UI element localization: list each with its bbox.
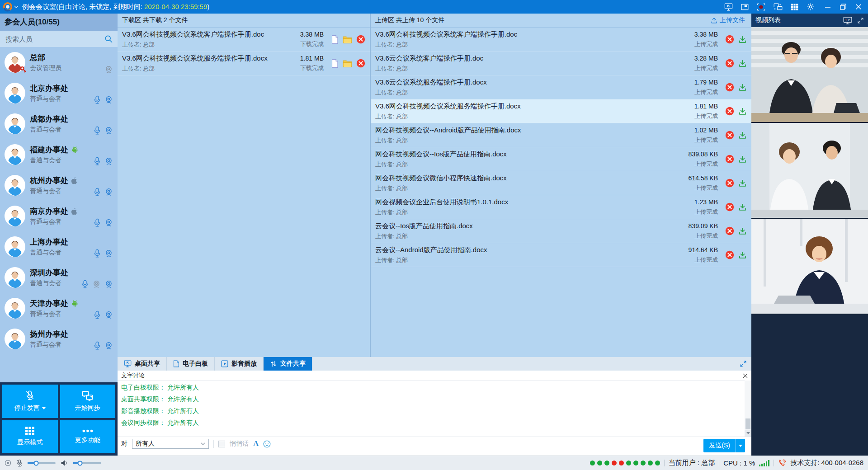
download-icon[interactable]: [738, 83, 747, 92]
tab-whiteboard[interactable]: 电子白板: [167, 357, 215, 371]
video-layout-icon[interactable]: 12: [843, 17, 852, 24]
download-icon[interactable]: [738, 251, 747, 259]
remove-icon[interactable]: [725, 83, 734, 92]
upload-file-row[interactable]: V3.6网会科技视频会议系统服务端操作手册.docx上传者: 总部1.81 MB…: [371, 99, 751, 123]
expand-icon[interactable]: [740, 360, 747, 367]
participant-row[interactable]: 成都办事处普通与会者: [0, 108, 118, 139]
webcam-icon[interactable]: [104, 249, 113, 258]
mic-icon[interactable]: [94, 341, 101, 350]
mic-icon[interactable]: [94, 126, 101, 135]
send-options-chevron-icon[interactable]: [736, 439, 745, 452]
webcam-icon[interactable]: [104, 95, 113, 104]
whisper-checkbox[interactable]: [218, 441, 225, 447]
webcam-icon[interactable]: [104, 157, 113, 165]
search-icon[interactable]: [104, 34, 113, 43]
webcam-icon[interactable]: [104, 188, 113, 196]
minimize-button[interactable]: [825, 4, 831, 10]
webcam-icon[interactable]: [104, 310, 113, 319]
font-style-icon[interactable]: A: [253, 439, 259, 448]
webcam-icon[interactable]: [104, 280, 113, 288]
speaker-volume-slider[interactable]: [73, 462, 101, 464]
download-icon[interactable]: [738, 179, 747, 188]
doc-file-icon[interactable]: [331, 59, 339, 68]
chat-scrollbar[interactable]: [745, 381, 751, 437]
net-share-icon[interactable]: [774, 3, 783, 11]
upload-file-row[interactable]: 网会科技视频会议微信小程序快速指南.docx上传者: 总部614.58 KB上传…: [371, 171, 751, 195]
webcam-icon[interactable]: [104, 218, 113, 227]
upload-file-row[interactable]: 网会科技视频会议--Ios版产品使用指南.docx上传者: 总部839.08 K…: [371, 147, 751, 171]
mic-icon[interactable]: [94, 218, 101, 227]
download-icon[interactable]: [738, 227, 747, 235]
send-button[interactable]: 发送(S): [703, 439, 745, 452]
participant-row[interactable]: 上海办事处普通与会者: [0, 231, 118, 262]
download-file-row[interactable]: V3.6网会科技视频会议系统服务端操作手册.docx上传者: 总部1.81 MB…: [118, 52, 370, 75]
remove-icon[interactable]: [725, 202, 734, 212]
more-functions-button[interactable]: 更多功能: [60, 420, 116, 454]
upload-file-button[interactable]: 上传文件: [711, 16, 745, 24]
participant-row[interactable]: 天津办事处普通与会者: [0, 293, 118, 324]
upload-file-row[interactable]: V3.6网会科技视频会议系统客户端操作手册.doc上传者: 总部3.38 MB上…: [371, 28, 751, 52]
start-sync-button[interactable]: 开始同步: [60, 385, 116, 418]
grid-icon[interactable]: [791, 4, 798, 10]
maximize-button[interactable]: [840, 4, 846, 10]
download-icon[interactable]: [738, 35, 747, 44]
record-icon[interactable]: [757, 3, 765, 11]
remove-icon[interactable]: [356, 59, 365, 68]
download-file-row[interactable]: V3.6网会科技视频会议系统客户端操作手册.doc上传者: 总部3.38 MB下…: [118, 28, 370, 52]
webcam-gray-icon[interactable]: [104, 65, 113, 74]
tab-desktop-share[interactable]: 桌面共享: [118, 357, 167, 371]
scrollbar-thumb[interactable]: [745, 418, 750, 429]
mic-icon[interactable]: [81, 279, 89, 289]
window-mode-icon[interactable]: [741, 4, 749, 10]
stop-speaking-button[interactable]: 停止发言: [2, 385, 58, 418]
record-indicator-icon[interactable]: [5, 460, 11, 466]
remove-icon[interactable]: [356, 35, 365, 44]
upload-file-row[interactable]: V3.6云会议系统客户端操作手册.doc上传者: 总部3.28 MB上传完成: [371, 52, 751, 75]
scroll-down-button[interactable]: [745, 430, 751, 437]
display-mode-button[interactable]: 显示模式: [2, 420, 58, 454]
speaker-icon[interactable]: [61, 460, 68, 466]
upload-file-row[interactable]: 网会科技视频会议--Android版产品使用指南.docx上传者: 总部1.02…: [371, 123, 751, 147]
remove-icon[interactable]: [725, 35, 734, 44]
upload-file-row[interactable]: 网会视频会议企业后台使用说明书1.0.1.docx上传者: 总部1.23 MB上…: [371, 195, 751, 219]
mic-icon[interactable]: [94, 187, 101, 197]
folder-icon[interactable]: [343, 60, 352, 67]
remove-icon[interactable]: [725, 59, 734, 68]
video-expand-icon[interactable]: [857, 17, 864, 24]
remove-icon[interactable]: [725, 250, 734, 259]
title-menu-chevron-icon[interactable]: [14, 5, 19, 9]
recipient-select[interactable]: 所有人: [132, 439, 209, 449]
mic-icon[interactable]: [94, 249, 101, 258]
upload-file-row[interactable]: 云会议--Ios版产品使用指南.docx上传者: 总部839.09 KB上传完成: [371, 219, 751, 243]
participant-row[interactable]: 总部会议管理员: [0, 47, 118, 78]
webcam-gray-icon[interactable]: [92, 280, 101, 288]
upload-file-row[interactable]: V3.6云会议系统服务端操作手册.docx上传者: 总部1.79 MB上传完成: [371, 75, 751, 99]
participant-row[interactable]: 福建办事处普通与会者: [0, 139, 118, 170]
participant-row[interactable]: 南京办事处普通与会者: [0, 201, 118, 231]
video-thumbnail-3[interactable]: [751, 219, 868, 315]
mic-icon[interactable]: [94, 156, 101, 166]
tab-file-share[interactable]: 文件共享: [264, 357, 312, 371]
webcam-icon[interactable]: [104, 126, 113, 135]
download-icon[interactable]: [738, 155, 747, 164]
close-button[interactable]: [855, 4, 862, 10]
webcam-icon[interactable]: [104, 341, 113, 350]
search-input[interactable]: [5, 35, 104, 43]
video-thumbnail-1[interactable]: [751, 27, 868, 123]
remove-icon[interactable]: [725, 155, 734, 164]
folder-icon[interactable]: [343, 36, 352, 43]
settings-icon[interactable]: [807, 3, 815, 11]
download-icon[interactable]: [738, 59, 747, 68]
participant-row[interactable]: 深圳办事处普通与会者: [0, 262, 118, 293]
participant-row[interactable]: 扬州办事处普通与会者: [0, 324, 118, 354]
mic-icon[interactable]: [94, 95, 101, 104]
download-icon[interactable]: [738, 131, 747, 140]
participant-row[interactable]: 北京办事处普通与会者: [0, 78, 118, 108]
mic-volume-slider[interactable]: [28, 462, 56, 464]
participant-row[interactable]: 杭州办事处普通与会者: [0, 170, 118, 201]
remove-icon[interactable]: [725, 131, 734, 140]
screen-share-icon[interactable]: [724, 3, 733, 11]
download-icon[interactable]: [738, 203, 747, 212]
tab-media-play[interactable]: 影音播放: [215, 357, 264, 371]
download-icon[interactable]: [738, 107, 747, 116]
